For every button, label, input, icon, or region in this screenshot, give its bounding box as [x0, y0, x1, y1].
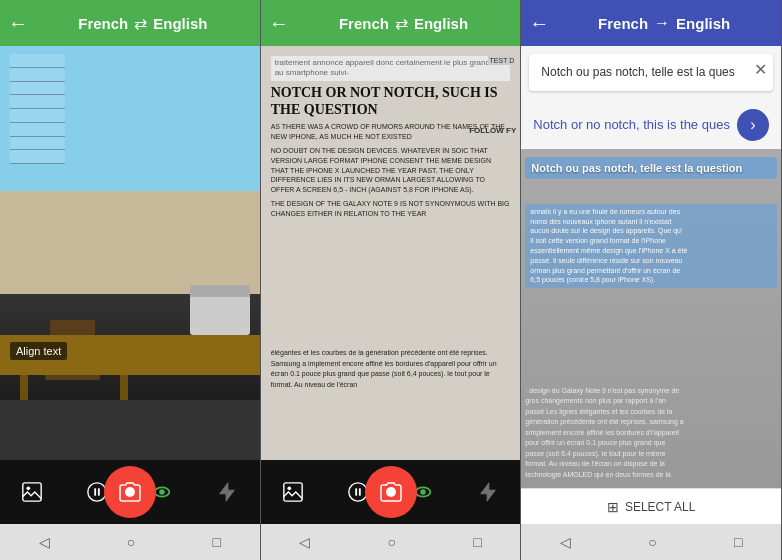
- printer-object: [190, 285, 250, 335]
- panel2-capture-button[interactable]: [365, 466, 417, 518]
- panel2-flash-button[interactable]: [472, 476, 504, 508]
- doc-title: NOTCH OR NOT NOTCH, SUCH IS THE QUESTION: [271, 85, 511, 119]
- align-text-label: Align text: [10, 342, 67, 360]
- panel3-to-lang[interactable]: English: [676, 15, 730, 32]
- panel2-nav-back-button[interactable]: ◁: [299, 534, 310, 550]
- blind-slat: [10, 95, 65, 109]
- panel2-bottom-controls: [261, 460, 521, 524]
- select-all-bar[interactable]: ⊞ SELECT ALL: [521, 488, 781, 524]
- gallery-button[interactable]: [16, 476, 48, 508]
- translated-image-area: Notch ou pas notch, telle est la questio…: [521, 149, 781, 488]
- panel3-back-arrow-icon[interactable]: ←: [529, 12, 549, 35]
- highlighted-title-text: Notch ou pas notch, telle est la questio…: [531, 161, 771, 175]
- panel1-bottom-controls: [0, 460, 260, 524]
- nav-home-button[interactable]: ○: [127, 534, 135, 550]
- svg-rect-14: [359, 488, 361, 495]
- translation-source-box: Notch ou pas notch, telle est la ques ✕: [529, 54, 773, 91]
- document-viewfinder: traitement annonce appareil donc certain…: [261, 46, 521, 460]
- panel2-nav-home-button[interactable]: ○: [388, 534, 396, 550]
- svg-rect-9: [284, 483, 302, 501]
- blind-slat: [10, 54, 65, 68]
- doc-body: AS THERE WAS A CROWD OF RUMORS AROUND TH…: [271, 122, 511, 218]
- panel3-nav-recents-button[interactable]: □: [734, 534, 742, 550]
- panel3-nav-back-button[interactable]: ◁: [560, 534, 571, 550]
- panel2-lang-arrow-icon: ⇄: [395, 14, 408, 33]
- blind-slat: [10, 82, 65, 96]
- panel1-language-selector[interactable]: French ⇄ English: [34, 14, 252, 33]
- panel-camera: ← French ⇄ English: [0, 0, 261, 560]
- blind-slat: [10, 150, 65, 164]
- svg-point-16: [420, 489, 426, 495]
- svg-rect-13: [355, 488, 357, 495]
- nav-back-button[interactable]: ◁: [39, 534, 50, 550]
- blind-slat: [10, 123, 65, 137]
- printer-top: [190, 285, 250, 297]
- panel2-gallery-button[interactable]: [277, 476, 309, 508]
- nav-recents-button[interactable]: □: [213, 534, 221, 550]
- panel2-back-arrow-icon[interactable]: ←: [269, 12, 289, 35]
- svg-point-2: [125, 487, 135, 497]
- blind-slat: [10, 109, 65, 123]
- svg-point-11: [386, 487, 396, 497]
- close-translation-button[interactable]: ✕: [754, 60, 767, 79]
- bottom-text-area: · design du Galaxy Note 9 n'est pas syno…: [525, 386, 777, 481]
- highlighted-title-block[interactable]: Notch ou pas notch, telle est la questio…: [525, 157, 777, 179]
- back-arrow-icon[interactable]: ←: [8, 12, 28, 35]
- panel2-topbar: ← French ⇄ English: [261, 0, 521, 46]
- panel3-language-selector[interactable]: French → English: [555, 14, 773, 32]
- document-image-bg: Notch ou pas notch, telle est la questio…: [521, 149, 781, 488]
- select-all-icon: ⊞: [607, 499, 619, 515]
- svg-point-7: [160, 489, 166, 495]
- highlighted-body-text: annals il y a eu une foule de rumeurs au…: [530, 207, 772, 285]
- panel1-to-lang[interactable]: English: [153, 15, 207, 32]
- translated-text-row: Notch or no notch, this is the ques ›: [521, 99, 781, 149]
- flash-button[interactable]: [211, 476, 243, 508]
- capture-button[interactable]: [104, 466, 156, 518]
- bottom-text-content: · design du Galaxy Note 9 n'est pas syno…: [525, 386, 777, 481]
- doc-top-strip: traitement annonce appareil donc certain…: [271, 56, 511, 81]
- panel2-language-selector[interactable]: French ⇄ English: [295, 14, 513, 33]
- panel1-from-lang[interactable]: French: [78, 15, 128, 32]
- panel3-topbar: ← French → English: [521, 0, 781, 46]
- window-blinds: [10, 54, 65, 164]
- highlighted-body-block[interactable]: annals il y a eu une foule de rumeurs au…: [525, 204, 777, 288]
- floor-surface: [0, 400, 260, 460]
- svg-point-10: [288, 487, 292, 491]
- doc-right-label: TEST D: [488, 56, 517, 65]
- panel3-lang-arrow-icon: →: [654, 14, 670, 32]
- svg-rect-0: [23, 483, 41, 501]
- panel1-navbar: ◁ ○ □: [0, 524, 260, 560]
- doc-follow-label: FOLLOW FY: [469, 126, 516, 135]
- svg-point-1: [27, 487, 31, 491]
- panel-document: ← French ⇄ English traitement annonce ap…: [261, 0, 522, 560]
- translation-navigate-button[interactable]: ›: [737, 109, 769, 141]
- panel1-lang-arrow-icon: ⇄: [134, 14, 147, 33]
- blind-slat: [10, 68, 65, 82]
- panel2-to-lang[interactable]: English: [414, 15, 468, 32]
- panel1-topbar: ← French ⇄ English: [0, 0, 260, 46]
- original-text: Notch ou pas notch, telle est la ques: [541, 64, 761, 81]
- panel3-navbar: ◁ ○ □: [521, 524, 781, 560]
- blind-slat: [10, 137, 65, 151]
- room-background: Align text: [0, 46, 260, 460]
- svg-marker-8: [220, 483, 235, 501]
- camera-viewfinder: Align text: [0, 46, 260, 460]
- svg-rect-5: [98, 488, 100, 495]
- panel2-from-lang[interactable]: French: [339, 15, 389, 32]
- panel-translation: ← French → English Notch ou pas notch, t…: [521, 0, 782, 560]
- panel2-navbar: ◁ ○ □: [261, 524, 521, 560]
- panel3-from-lang[interactable]: French: [598, 15, 648, 32]
- doc-bottom-text: élégantes et les courbes de la génératio…: [271, 348, 511, 390]
- translated-text: Notch or no notch, this is the ques: [533, 116, 737, 134]
- select-all-label: SELECT ALL: [625, 500, 696, 514]
- panel2-nav-recents-button[interactable]: □: [473, 534, 481, 550]
- svg-rect-4: [95, 488, 97, 495]
- panel3-nav-home-button[interactable]: ○: [648, 534, 656, 550]
- svg-marker-17: [481, 483, 496, 501]
